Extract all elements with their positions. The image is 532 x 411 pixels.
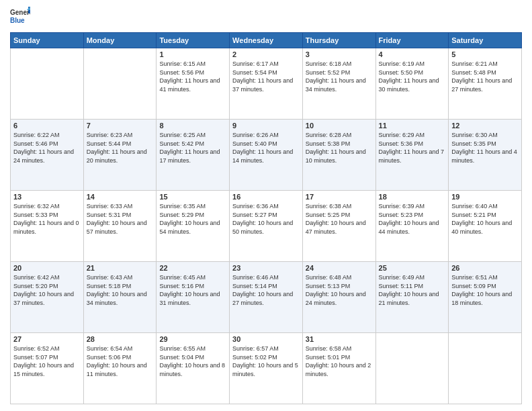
day-number: 20	[13, 264, 81, 272]
day-cell: 20Sunrise: 6:42 AM Sunset: 5:20 PM Dayli…	[11, 262, 84, 333]
day-number: 4	[379, 50, 446, 58]
day-info: Sunrise: 6:30 AM Sunset: 5:35 PM Dayligh…	[451, 131, 519, 165]
day-cell	[11, 48, 84, 120]
day-info: Sunrise: 6:52 AM Sunset: 5:07 PM Dayligh…	[13, 345, 81, 378]
day-number: 29	[159, 335, 226, 343]
day-cell: 27Sunrise: 6:52 AM Sunset: 5:07 PM Dayli…	[11, 333, 84, 404]
day-info: Sunrise: 6:38 AM Sunset: 5:25 PM Dayligh…	[306, 202, 373, 236]
day-cell	[375, 333, 449, 404]
day-number: 19	[451, 193, 519, 201]
day-info: Sunrise: 6:29 AM Sunset: 5:36 PM Dayligh…	[379, 131, 446, 165]
day-number: 27	[13, 335, 81, 343]
day-cell: 8Sunrise: 6:25 AM Sunset: 5:42 PM Daylig…	[157, 120, 230, 191]
day-info: Sunrise: 6:45 AM Sunset: 5:16 PM Dayligh…	[159, 273, 226, 307]
day-cell: 1Sunrise: 6:15 AM Sunset: 5:56 PM Daylig…	[157, 48, 230, 120]
week-row-5: 27Sunrise: 6:52 AM Sunset: 5:07 PM Dayli…	[11, 333, 522, 404]
day-cell: 19Sunrise: 6:40 AM Sunset: 5:21 PM Dayli…	[449, 191, 522, 262]
day-number: 26	[451, 264, 519, 272]
day-cell: 24Sunrise: 6:48 AM Sunset: 5:13 PM Dayli…	[302, 262, 375, 333]
day-cell: 28Sunrise: 6:54 AM Sunset: 5:06 PM Dayli…	[83, 333, 157, 404]
weekday-tuesday: Tuesday	[157, 33, 230, 48]
day-info: Sunrise: 6:55 AM Sunset: 5:04 PM Dayligh…	[159, 345, 226, 378]
day-number: 24	[306, 264, 373, 272]
day-cell: 22Sunrise: 6:45 AM Sunset: 5:16 PM Dayli…	[157, 262, 230, 333]
day-cell: 14Sunrise: 6:33 AM Sunset: 5:31 PM Dayli…	[83, 191, 157, 262]
day-info: Sunrise: 6:39 AM Sunset: 5:23 PM Dayligh…	[379, 202, 446, 236]
day-info: Sunrise: 6:25 AM Sunset: 5:42 PM Dayligh…	[159, 131, 226, 165]
day-cell: 31Sunrise: 6:58 AM Sunset: 5:01 PM Dayli…	[302, 333, 375, 404]
day-number: 9	[232, 122, 300, 130]
weekday-sunday: Sunday	[11, 33, 84, 48]
day-info: Sunrise: 6:23 AM Sunset: 5:44 PM Dayligh…	[87, 131, 154, 165]
day-cell: 3Sunrise: 6:18 AM Sunset: 5:52 PM Daylig…	[302, 48, 375, 120]
day-info: Sunrise: 6:18 AM Sunset: 5:52 PM Dayligh…	[306, 60, 373, 93]
day-info: Sunrise: 6:46 AM Sunset: 5:14 PM Dayligh…	[232, 273, 300, 307]
day-number: 17	[306, 193, 373, 201]
day-number: 31	[306, 335, 373, 343]
day-cell: 12Sunrise: 6:30 AM Sunset: 5:35 PM Dayli…	[449, 120, 522, 191]
day-cell: 16Sunrise: 6:36 AM Sunset: 5:27 PM Dayli…	[230, 191, 303, 262]
day-info: Sunrise: 6:43 AM Sunset: 5:18 PM Dayligh…	[87, 273, 154, 307]
weekday-saturday: Saturday	[449, 33, 522, 48]
weekday-header-row: SundayMondayTuesdayWednesdayThursdayFrid…	[11, 33, 522, 48]
day-number: 25	[379, 264, 446, 272]
day-number: 14	[87, 193, 154, 201]
day-number: 16	[232, 193, 300, 201]
day-cell: 9Sunrise: 6:26 AM Sunset: 5:40 PM Daylig…	[230, 120, 303, 191]
day-info: Sunrise: 6:57 AM Sunset: 5:02 PM Dayligh…	[232, 345, 300, 378]
day-number: 13	[13, 193, 81, 201]
calendar-table: SundayMondayTuesdayWednesdayThursdayFrid…	[10, 32, 522, 404]
day-cell: 15Sunrise: 6:35 AM Sunset: 5:29 PM Dayli…	[157, 191, 230, 262]
day-cell: 21Sunrise: 6:43 AM Sunset: 5:18 PM Dayli…	[83, 262, 157, 333]
day-number: 28	[87, 335, 154, 343]
day-info: Sunrise: 6:54 AM Sunset: 5:06 PM Dayligh…	[87, 345, 154, 378]
day-info: Sunrise: 6:26 AM Sunset: 5:40 PM Dayligh…	[232, 131, 300, 165]
logo-icon: General Blue	[10, 7, 30, 27]
day-info: Sunrise: 6:48 AM Sunset: 5:13 PM Dayligh…	[306, 273, 373, 307]
day-number: 23	[232, 264, 300, 272]
day-cell: 23Sunrise: 6:46 AM Sunset: 5:14 PM Dayli…	[230, 262, 303, 333]
day-cell: 4Sunrise: 6:19 AM Sunset: 5:50 PM Daylig…	[375, 48, 449, 120]
day-info: Sunrise: 6:40 AM Sunset: 5:21 PM Dayligh…	[451, 202, 519, 236]
day-info: Sunrise: 6:33 AM Sunset: 5:31 PM Dayligh…	[87, 202, 154, 236]
day-info: Sunrise: 6:49 AM Sunset: 5:11 PM Dayligh…	[379, 273, 446, 307]
weekday-thursday: Thursday	[302, 33, 375, 48]
day-number: 10	[306, 122, 373, 130]
week-row-4: 20Sunrise: 6:42 AM Sunset: 5:20 PM Dayli…	[11, 262, 522, 333]
day-info: Sunrise: 6:28 AM Sunset: 5:38 PM Dayligh…	[306, 131, 373, 165]
day-info: Sunrise: 6:51 AM Sunset: 5:09 PM Dayligh…	[451, 273, 519, 307]
day-number: 30	[232, 335, 300, 343]
day-info: Sunrise: 6:21 AM Sunset: 5:48 PM Dayligh…	[451, 60, 519, 93]
day-cell: 29Sunrise: 6:55 AM Sunset: 5:04 PM Dayli…	[157, 333, 230, 404]
day-cell: 10Sunrise: 6:28 AM Sunset: 5:38 PM Dayli…	[302, 120, 375, 191]
week-row-2: 6Sunrise: 6:22 AM Sunset: 5:46 PM Daylig…	[11, 120, 522, 191]
day-info: Sunrise: 6:22 AM Sunset: 5:46 PM Dayligh…	[13, 131, 81, 165]
day-cell: 30Sunrise: 6:57 AM Sunset: 5:02 PM Dayli…	[230, 333, 303, 404]
header: General Blue	[10, 7, 522, 27]
logo-container: General Blue	[10, 7, 30, 27]
day-info: Sunrise: 6:58 AM Sunset: 5:01 PM Dayligh…	[306, 345, 373, 378]
day-cell: 13Sunrise: 6:32 AM Sunset: 5:33 PM Dayli…	[11, 191, 84, 262]
day-cell: 11Sunrise: 6:29 AM Sunset: 5:36 PM Dayli…	[375, 120, 449, 191]
week-row-1: 1Sunrise: 6:15 AM Sunset: 5:56 PM Daylig…	[11, 48, 522, 120]
day-cell	[83, 48, 157, 120]
day-number: 22	[159, 264, 226, 272]
day-cell: 25Sunrise: 6:49 AM Sunset: 5:11 PM Dayli…	[375, 262, 449, 333]
day-cell: 26Sunrise: 6:51 AM Sunset: 5:09 PM Dayli…	[449, 262, 522, 333]
day-cell: 2Sunrise: 6:17 AM Sunset: 5:54 PM Daylig…	[230, 48, 303, 120]
day-number: 7	[87, 122, 154, 130]
day-number: 15	[159, 193, 226, 201]
day-number: 8	[159, 122, 226, 130]
day-number: 6	[13, 122, 81, 130]
day-cell	[449, 333, 522, 404]
day-number: 21	[87, 264, 154, 272]
day-cell: 6Sunrise: 6:22 AM Sunset: 5:46 PM Daylig…	[11, 120, 84, 191]
svg-text:Blue: Blue	[10, 17, 25, 24]
day-number: 11	[379, 122, 446, 130]
day-cell: 7Sunrise: 6:23 AM Sunset: 5:44 PM Daylig…	[83, 120, 157, 191]
day-info: Sunrise: 6:36 AM Sunset: 5:27 PM Dayligh…	[232, 202, 300, 236]
day-number: 1	[159, 50, 226, 58]
weekday-wednesday: Wednesday	[230, 33, 303, 48]
day-info: Sunrise: 6:19 AM Sunset: 5:50 PM Dayligh…	[379, 60, 446, 93]
day-number: 3	[306, 50, 373, 58]
